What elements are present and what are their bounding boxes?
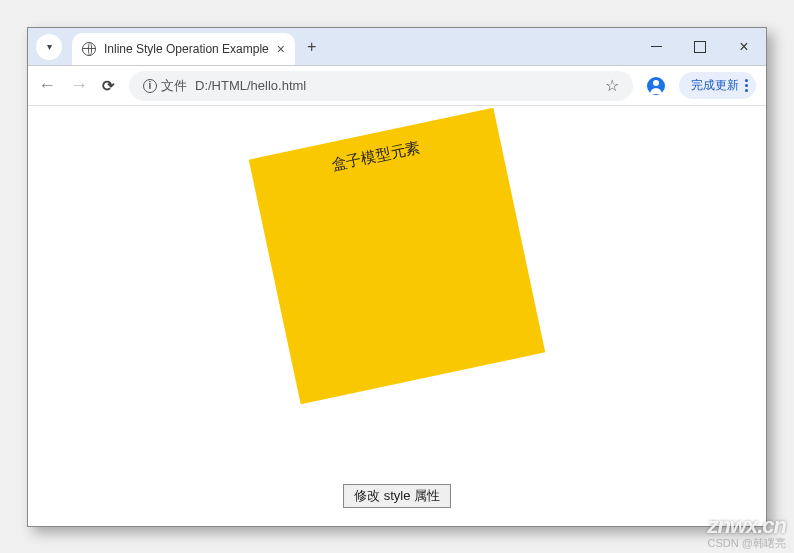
window-controls: × [634, 28, 766, 66]
update-button[interactable]: 完成更新 [679, 72, 756, 99]
maximize-button[interactable] [678, 28, 722, 66]
url-text: D:/HTML/hello.html [195, 78, 597, 93]
forward-button[interactable]: → [70, 75, 88, 96]
close-tab-icon[interactable]: × [277, 41, 285, 57]
reload-button[interactable]: ⟳ [102, 77, 115, 95]
browser-tab[interactable]: Inline Style Operation Example × [72, 33, 295, 65]
back-button[interactable]: ← [38, 75, 56, 96]
demo-box: 盒子模型元素 [249, 108, 546, 405]
page-content: 盒子模型元素 修改 style 属性 [28, 106, 766, 526]
box-label: 盒子模型元素 [330, 138, 422, 173]
toolbar: ← → ⟳ i 文件 D:/HTML/hello.html ☆ 完成更新 [28, 66, 766, 106]
file-label: 文件 [161, 77, 187, 95]
file-origin-chip[interactable]: i 文件 [143, 77, 187, 95]
tab-search-dropdown[interactable]: ▾ [36, 34, 62, 60]
watermark-attribution: CSDN @韩曙亮 [708, 536, 786, 551]
update-label: 完成更新 [691, 77, 739, 94]
tab-title: Inline Style Operation Example [104, 42, 269, 56]
menu-kebab-icon[interactable] [745, 79, 748, 92]
titlebar: ▾ Inline Style Operation Example × + × [28, 28, 766, 66]
globe-icon [82, 42, 96, 56]
bookmark-star-icon[interactable]: ☆ [605, 76, 619, 95]
modify-style-button[interactable]: 修改 style 属性 [343, 484, 451, 508]
info-icon: i [143, 79, 157, 93]
new-tab-button[interactable]: + [307, 38, 316, 56]
browser-window: ▾ Inline Style Operation Example × + × ←… [27, 27, 767, 527]
minimize-button[interactable] [634, 28, 678, 66]
chevron-down-icon: ▾ [47, 41, 52, 52]
window-close-button[interactable]: × [722, 28, 766, 66]
address-bar[interactable]: i 文件 D:/HTML/hello.html ☆ [129, 71, 633, 101]
profile-avatar-icon[interactable] [647, 77, 665, 95]
